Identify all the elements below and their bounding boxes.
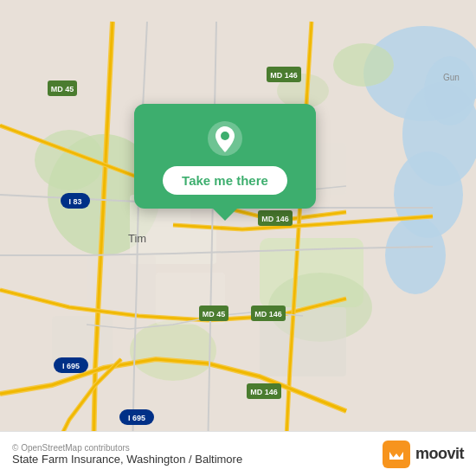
svg-text:Gun: Gun (443, 73, 460, 82)
svg-text:MD 45: MD 45 (51, 85, 74, 93)
svg-text:Tim: Tim (128, 232, 146, 245)
svg-text:MD 146: MD 146 (261, 215, 289, 223)
bottom-left: © OpenStreetMap contributors State Farm … (12, 443, 242, 466)
svg-text:MD 146: MD 146 (254, 310, 282, 318)
svg-text:MD 146: MD 146 (270, 71, 298, 80)
svg-text:MD 45: MD 45 (203, 310, 226, 318)
svg-point-5 (424, 56, 476, 125)
svg-text:MD 146: MD 146 (250, 388, 278, 396)
svg-text:I 83: I 83 (68, 197, 81, 206)
location-name: State Farm Insurance, Washington / Balti… (12, 453, 242, 466)
take-me-there-button[interactable]: Take me there (163, 166, 287, 195)
location-pin-icon (206, 119, 244, 158)
map-background: MD 45 MD 45 MD 45 MD 146 MD 146 MD 146 M… (0, 0, 476, 476)
bottom-bar: © OpenStreetMap contributors State Farm … (0, 431, 476, 476)
copyright-text: © OpenStreetMap contributors (12, 443, 242, 453)
moovit-logo: moovit (383, 441, 464, 468)
moovit-brand-text: moovit (415, 445, 464, 463)
svg-point-10 (130, 320, 216, 381)
svg-point-4 (385, 216, 446, 294)
map-container: MD 45 MD 45 MD 45 MD 146 MD 146 MD 146 M… (0, 0, 476, 476)
svg-point-11 (333, 43, 394, 87)
moovit-brand-icon (383, 441, 410, 468)
svg-text:I 695: I 695 (62, 362, 80, 370)
svg-text:I 695: I 695 (128, 414, 145, 422)
popup-bubble: Take me there (134, 104, 316, 209)
svg-point-43 (221, 132, 229, 140)
